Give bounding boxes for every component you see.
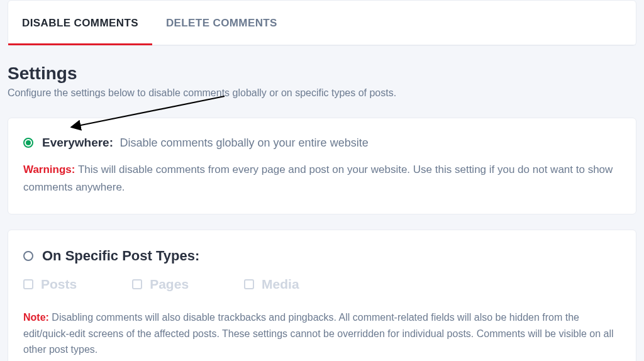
option-everywhere-desc: Disable comments globally on your entire…: [119, 136, 368, 149]
settings-subtitle: Configure the settings below to disable …: [8, 87, 636, 99]
checkbox-media-label: Media: [262, 277, 299, 292]
option-specific-title: On Specific Post Types:: [42, 248, 199, 264]
checkbox-item-posts: Posts: [23, 277, 77, 292]
specific-note: Note: Disabling comments will also disab…: [23, 309, 621, 358]
warning-text: This will disable comments from every pa…: [23, 164, 613, 193]
tabs: DISABLE COMMENTS DELETE COMMENTS: [8, 1, 636, 45]
tab-disable-comments[interactable]: DISABLE COMMENTS: [8, 1, 152, 45]
tabs-container: DISABLE COMMENTS DELETE COMMENTS: [8, 0, 636, 46]
radio-specific[interactable]: [23, 251, 33, 261]
option-specific-card: On Specific Post Types: Posts Pages Medi…: [8, 230, 636, 361]
checkbox-item-pages: Pages: [132, 277, 189, 292]
tab-delete-comments[interactable]: DELETE COMMENTS: [152, 1, 291, 45]
checkbox-item-media: Media: [244, 277, 299, 292]
option-everywhere-row: Everywhere: Disable comments globally on…: [23, 136, 621, 150]
option-everywhere-card: Everywhere: Disable comments globally on…: [8, 118, 636, 214]
settings-title: Settings: [8, 64, 636, 84]
everywhere-warning: Warnings: This will disable comments fro…: [23, 161, 621, 196]
radio-everywhere[interactable]: [23, 138, 33, 148]
post-type-checkboxes: Posts Pages Media: [23, 277, 621, 292]
checkbox-pages[interactable]: [132, 279, 142, 289]
checkbox-posts-label: Posts: [41, 277, 77, 292]
note-text: Disabling comments will also disable tra…: [23, 312, 614, 355]
option-specific-row: On Specific Post Types:: [23, 248, 621, 264]
section-heading: Settings Configure the settings below to…: [0, 46, 644, 103]
checkbox-pages-label: Pages: [150, 277, 189, 292]
checkbox-media[interactable]: [244, 279, 254, 289]
warning-label: Warnings:: [23, 164, 75, 175]
note-label: Note:: [23, 312, 49, 323]
checkbox-posts[interactable]: [23, 279, 33, 289]
option-everywhere-title: Everywhere:: [42, 136, 113, 149]
